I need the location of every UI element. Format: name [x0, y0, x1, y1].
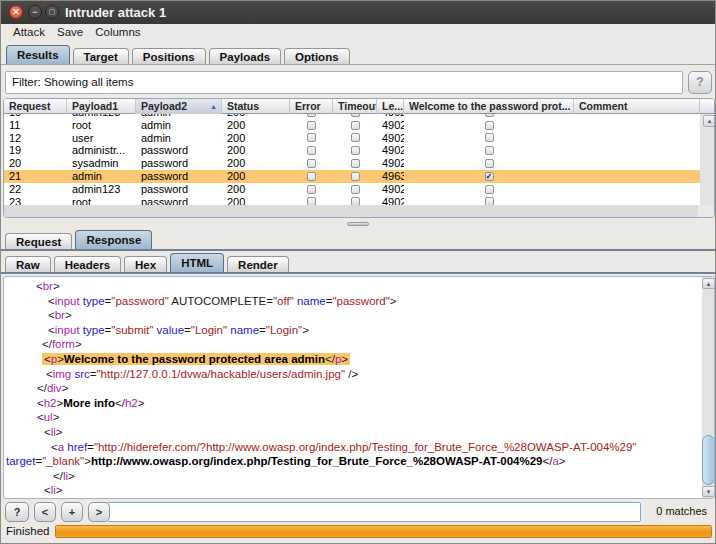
search-help-button[interactable]: ? — [5, 502, 29, 522]
tab-html[interactable]: HTML — [170, 253, 224, 273]
table-row-21[interactable]: 21adminpassword2004963✓ — [4, 170, 700, 183]
progress-bar — [55, 525, 712, 538]
code-line: <h2>More info</h2> — [4, 396, 701, 411]
length-cell: 4902 — [377, 119, 404, 132]
window-title: Intruder attack 1 — [65, 5, 166, 20]
column-header-request[interactable]: Request — [4, 99, 67, 114]
response-vscroll-thumb[interactable] — [702, 435, 715, 485]
filter-help-button[interactable]: ? — [688, 71, 712, 94]
detail-tab-divider — [1, 249, 716, 251]
search-next-button[interactable]: > — [88, 502, 110, 522]
payload1-cell: sysadmin — [67, 157, 136, 170]
request-cell: 12 — [4, 132, 67, 145]
column-header-status[interactable]: Status — [222, 99, 290, 114]
error-checkbox — [307, 121, 316, 130]
request-cell: 22 — [4, 183, 67, 196]
code-line: <input type="password" AUTOCOMPLETE="off… — [4, 294, 701, 309]
column-header-error[interactable]: Error — [290, 99, 333, 114]
error-checkbox — [307, 172, 316, 181]
error-checkbox — [307, 146, 316, 155]
tab-positions[interactable]: Positions — [132, 48, 206, 65]
main-tab-bar: ResultsTargetPositionsPayloadsOptions — [6, 42, 350, 65]
length-cell: 4963 — [377, 170, 404, 183]
detail-tab-bar: RequestResponse — [5, 228, 152, 250]
status-cell: 200 — [222, 170, 290, 183]
column-header-timeout[interactable]: Timeout — [333, 99, 377, 114]
welcome-cell: ✓ — [404, 170, 574, 183]
search-options-button[interactable]: + — [61, 502, 83, 522]
close-icon[interactable]: ✕ — [9, 5, 23, 19]
table-vertical-scrollbar[interactable] — [700, 114, 714, 206]
column-header-payload2[interactable]: Payload2▲ — [136, 99, 222, 114]
timeout-checkbox — [351, 121, 360, 130]
response-viewer[interactable]: <br><input type="password" AUTOCOMPLETE=… — [3, 276, 715, 499]
welcome-cell — [404, 119, 574, 132]
welcome-checkbox — [485, 185, 494, 194]
payload2-cell: password — [136, 183, 222, 196]
code-line: <img src="http://127.0.0.1/dvwa/hackable… — [4, 367, 701, 382]
comment-cell — [574, 119, 700, 132]
payload2-cell: password — [136, 144, 222, 157]
results-table: RequestPayload1Payload2▲StatusErrorTimeo… — [3, 98, 715, 218]
tab-results[interactable]: Results — [6, 45, 70, 65]
column-header-length[interactable]: Le... — [377, 99, 404, 114]
column-header-welcome[interactable]: Welcome to the password prot... — [404, 99, 574, 114]
tab-render[interactable]: Render — [227, 256, 289, 273]
length-cell: 4902 — [377, 132, 404, 145]
column-header-payload1[interactable]: Payload1 — [67, 99, 136, 114]
code-line: <br> — [4, 308, 701, 323]
column-header-comment[interactable]: Comment — [574, 99, 700, 114]
payload2-cell: admin — [136, 119, 222, 132]
tab-raw[interactable]: Raw — [5, 256, 51, 273]
error-checkbox — [307, 185, 316, 194]
payload2-cell: admin — [136, 132, 222, 145]
scroll-down-icon[interactable]: ▼ — [702, 486, 715, 497]
search-prev-button[interactable]: < — [34, 502, 56, 522]
tab-response[interactable]: Response — [75, 230, 152, 250]
maximize-icon[interactable]: ▢ — [45, 5, 59, 19]
error-cell — [290, 144, 333, 157]
filter-bar[interactable]: Filter: Showing all items — [5, 71, 683, 94]
tab-hex[interactable]: Hex — [124, 256, 167, 273]
scroll-up-icon[interactable]: ▲ — [703, 115, 715, 127]
panel-splitter[interactable] — [1, 218, 716, 228]
timeout-checkbox — [351, 114, 360, 117]
timeout-checkbox — [351, 159, 360, 168]
menu-item-columns[interactable]: Columns — [89, 24, 146, 42]
tab-target[interactable]: Target — [73, 48, 129, 65]
table-row-11[interactable]: 11rootadmin2004902 — [4, 119, 700, 132]
scroll-up-icon[interactable]: ▲ — [702, 278, 715, 289]
search-toolbar: 0 matches ?<+> — [1, 499, 716, 523]
tab-payloads[interactable]: Payloads — [209, 48, 282, 65]
table-body: 10admin123admin200490211rootadmin2004902… — [4, 114, 700, 206]
status-cell: 200 — [222, 132, 290, 145]
timeout-checkbox — [351, 185, 360, 194]
welcome-checkbox: ✓ — [485, 172, 494, 181]
welcome-cell — [404, 132, 574, 145]
minimize-icon[interactable]: − — [28, 5, 42, 19]
sort-ascending-icon: ▲ — [210, 102, 217, 111]
table-header-row: RequestPayload1Payload2▲StatusErrorTimeo… — [4, 99, 714, 114]
payload1-cell: admin123 — [67, 183, 136, 196]
tab-headers[interactable]: Headers — [54, 256, 121, 273]
table-row-22[interactable]: 22admin123password2004902 — [4, 183, 700, 196]
menu-item-attack[interactable]: Attack — [7, 24, 51, 42]
error-checkbox — [307, 114, 316, 117]
tab-request[interactable]: Request — [5, 233, 72, 250]
code-line: <input type="submit" value="Login" name=… — [4, 323, 701, 338]
table-row-12[interactable]: 12useradmin2004902 — [4, 132, 700, 145]
tab-options[interactable]: Options — [284, 48, 349, 65]
status-cell: 200 — [222, 119, 290, 132]
search-input[interactable] — [107, 502, 641, 522]
table-horizontal-scrollbar[interactable] — [4, 205, 700, 217]
splitter-handle-icon — [347, 222, 369, 226]
menu-item-save[interactable]: Save — [51, 24, 89, 42]
table-row-19[interactable]: 19administr...password2004902 — [4, 144, 700, 157]
welcome-checkbox — [485, 133, 494, 142]
highlighted-line: <p>Welcome to the password protected are… — [4, 352, 701, 367]
timeout-cell — [333, 132, 377, 145]
scrollbar-corner — [698, 205, 714, 217]
search-matches-count: 0 matches — [656, 505, 707, 517]
table-row-20[interactable]: 20sysadminpassword2004902 — [4, 157, 700, 170]
timeout-cell — [333, 170, 377, 183]
